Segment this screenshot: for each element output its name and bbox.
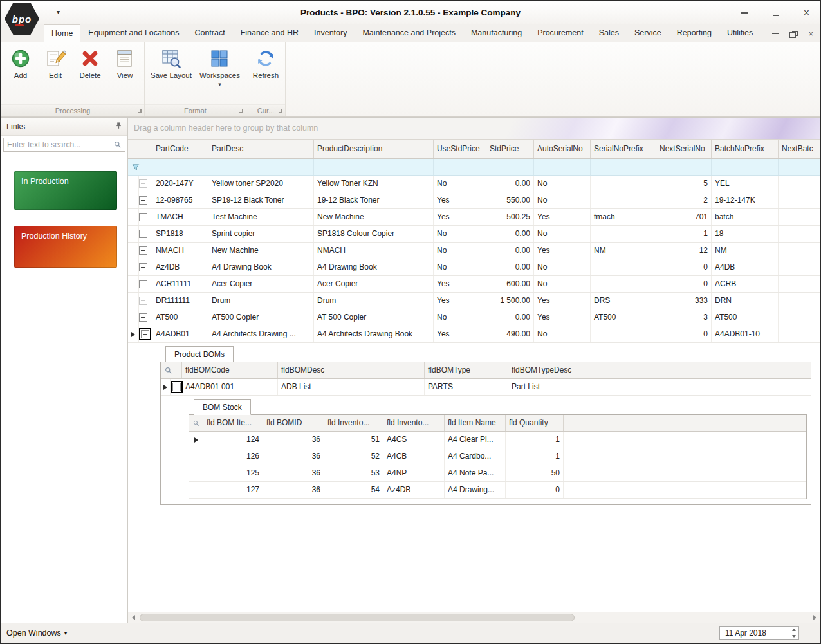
column-header-partdesc[interactable]: PartDesc bbox=[208, 140, 314, 158]
filter-cell-batchnoprefix[interactable] bbox=[712, 159, 779, 175]
expand-plus-icon[interactable] bbox=[139, 263, 147, 271]
table-row[interactable]: 1263652A4CBA4 Cardbo...1 bbox=[189, 448, 806, 465]
table-row[interactable]: 1253653A4NPA4 Note Pa...50 bbox=[189, 465, 806, 482]
filter-cell-serialnoprefix[interactable] bbox=[591, 159, 656, 175]
filter-cell-nextserialno[interactable] bbox=[656, 159, 712, 175]
delete-button[interactable]: Delete bbox=[73, 46, 107, 82]
column-header-fld-item-name[interactable]: fld Item Name bbox=[445, 415, 506, 431]
tab-equipment-and-locations[interactable]: Equipment and Locations bbox=[80, 24, 187, 42]
table-row[interactable]: A4ADB01 001ADB ListPARTSPart List bbox=[161, 379, 811, 396]
dialog-launcher-icon[interactable] bbox=[239, 109, 243, 113]
expand-plus-icon[interactable] bbox=[139, 297, 147, 305]
edit-button[interactable]: Edit bbox=[38, 46, 73, 82]
tab-procurement[interactable]: Procurement bbox=[530, 24, 591, 42]
scrollbar-track[interactable] bbox=[138, 612, 809, 623]
expand-plus-icon[interactable] bbox=[139, 313, 147, 322]
column-header-fldbomcode[interactable]: fldBOMCode bbox=[182, 362, 278, 378]
expand-plus-icon[interactable] bbox=[139, 196, 147, 205]
table-row[interactable]: 12-098765SP19-12 Black Toner19-12 Black … bbox=[128, 192, 820, 209]
open-windows-dropdown[interactable]: Open Windows ▾ bbox=[6, 629, 67, 638]
column-header-fldbomtype[interactable]: fldBOMType bbox=[425, 362, 508, 378]
tab-product-boms[interactable]: Product BOMs bbox=[165, 346, 234, 362]
expand-plus-icon[interactable] bbox=[139, 246, 147, 255]
tab-sales[interactable]: Sales bbox=[591, 24, 627, 42]
column-header-fld-bom-ite[interactable]: fld BOM Ite... bbox=[203, 415, 263, 431]
tab-inventory[interactable]: Inventory bbox=[306, 24, 355, 42]
table-row[interactable]: 2020-147YYellow toner SP2020Yellow Toner… bbox=[128, 176, 820, 192]
scrollbar-thumb[interactable] bbox=[140, 614, 575, 621]
tab-contract[interactable]: Contract bbox=[187, 24, 232, 42]
tab-service[interactable]: Service bbox=[627, 24, 669, 42]
scroll-left-arrow[interactable] bbox=[128, 612, 138, 623]
column-header-nextserialno[interactable]: NextSerialNo bbox=[656, 140, 712, 158]
table-row[interactable]: TMACHTest MachineNew MachineYes500.25Yes… bbox=[128, 209, 820, 226]
table-row[interactable]: A4ADB01A4 Architects Drawing ...A4 Archi… bbox=[128, 326, 820, 343]
expand-plus-icon[interactable] bbox=[139, 179, 147, 188]
filter-cell-partcode[interactable] bbox=[152, 159, 208, 175]
column-header-serialnoprefix[interactable]: SerialNoPrefix bbox=[591, 140, 656, 158]
group-by-panel[interactable]: Drag a column header here to group by th… bbox=[128, 118, 820, 140]
filter-cell-usestdprice[interactable] bbox=[434, 159, 486, 175]
table-row[interactable]: 1243651A4CSA4 Clear Pl...1 bbox=[189, 432, 806, 448]
collapse-minus-icon[interactable] bbox=[141, 330, 149, 338]
save-layout-button[interactable]: Save Layout bbox=[147, 46, 196, 82]
tab-home[interactable]: Home bbox=[44, 24, 80, 42]
pin-icon[interactable] bbox=[115, 122, 122, 131]
tab-bom-stock[interactable]: BOM Stock bbox=[194, 399, 251, 415]
minimize-button[interactable] bbox=[741, 12, 748, 14]
table-row[interactable]: 1273654Az4DBA4 Drawing...0 bbox=[189, 482, 806, 499]
expand-plus-icon[interactable] bbox=[139, 213, 147, 221]
link-item-in-production[interactable]: In Production bbox=[14, 171, 117, 210]
filter-cell-nextbatc[interactable] bbox=[779, 159, 820, 175]
auto-filter-button[interactable] bbox=[189, 415, 203, 431]
column-header-fldbomdesc[interactable]: fldBOMDesc bbox=[278, 362, 425, 378]
column-header-fld-invento[interactable]: fld Invento... bbox=[324, 415, 383, 431]
horizontal-scrollbar[interactable] bbox=[128, 612, 820, 623]
column-header-fld-bomid[interactable]: fld BOMID bbox=[263, 415, 324, 431]
expand-plus-icon[interactable] bbox=[139, 280, 147, 288]
link-item-production-history[interactable]: Production History bbox=[14, 226, 117, 268]
view-button[interactable]: View bbox=[107, 46, 142, 82]
close-button[interactable]: × bbox=[804, 7, 809, 19]
column-header-fldbomtypedesc[interactable]: fldBOMTypeDesc bbox=[508, 362, 640, 378]
refresh-button[interactable]: Refresh bbox=[248, 46, 283, 82]
auto-filter-button[interactable] bbox=[161, 362, 182, 378]
add-button[interactable]: Add bbox=[3, 46, 38, 82]
tab-manufacturing[interactable]: Manufacturing bbox=[463, 24, 530, 42]
table-row[interactable]: SP1818Sprint copierSP1818 Colour CopierN… bbox=[128, 226, 820, 243]
search-icon[interactable] bbox=[111, 141, 125, 149]
tab-utilities[interactable]: Utilities bbox=[719, 24, 761, 42]
tab-reporting[interactable]: Reporting bbox=[669, 24, 719, 42]
mdi-minimize-button[interactable] bbox=[772, 29, 779, 38]
table-row[interactable]: AT500AT500 CopierAT 500 CopierNo0.00YesA… bbox=[128, 309, 820, 326]
column-header-stdprice[interactable]: StdPrice bbox=[486, 140, 534, 158]
column-header-fld-invento[interactable]: fld Invento... bbox=[383, 415, 445, 431]
column-header-batchnoprefix[interactable]: BatchNoPrefix bbox=[712, 140, 779, 158]
search-input[interactable] bbox=[4, 140, 111, 149]
filter-cell-partdesc[interactable] bbox=[208, 159, 314, 175]
scroll-right-arrow[interactable] bbox=[809, 612, 820, 623]
tab-finance-and-hr[interactable]: Finance and HR bbox=[233, 24, 306, 42]
table-row[interactable]: NMACHNew MachineNMACHNo0.00YesNM12NM bbox=[128, 243, 820, 259]
filter-cell-stdprice[interactable] bbox=[486, 159, 534, 175]
column-header-usestdprice[interactable]: UseStdPrice bbox=[434, 140, 486, 158]
workspaces-button[interactable]: Workspaces▾ bbox=[196, 46, 244, 89]
date-picker[interactable]: 11 Apr 2018 bbox=[719, 626, 799, 640]
tab-maintenance-and-projects[interactable]: Maintenance and Projects bbox=[355, 24, 463, 42]
table-row[interactable]: Az4DBA4 Drawing BookA4 Drawing BookNo0.0… bbox=[128, 259, 820, 276]
collapse-minus-icon[interactable] bbox=[172, 383, 181, 391]
column-header-productdescription[interactable]: ProductDescription bbox=[314, 140, 434, 158]
mdi-restore-button[interactable] bbox=[789, 29, 798, 38]
mdi-close-button[interactable]: × bbox=[808, 29, 813, 38]
column-header-partcode[interactable]: PartCode bbox=[152, 140, 208, 158]
expand-plus-icon[interactable] bbox=[139, 230, 147, 238]
dialog-launcher-icon[interactable] bbox=[138, 109, 142, 113]
column-header-nextbatc[interactable]: NextBatc bbox=[779, 140, 820, 158]
filter-cell-autoserialno[interactable] bbox=[534, 159, 591, 175]
dialog-launcher-icon[interactable] bbox=[279, 109, 282, 113]
filter-cell-productdescription[interactable] bbox=[314, 159, 434, 175]
column-header-fld-quantity[interactable]: fld Quantity bbox=[506, 415, 564, 431]
maximize-button[interactable] bbox=[773, 10, 779, 16]
spin-up-button[interactable] bbox=[789, 627, 798, 633]
table-row[interactable]: ACR11111Acer CopierAcer CopierYes600.00N… bbox=[128, 276, 820, 293]
